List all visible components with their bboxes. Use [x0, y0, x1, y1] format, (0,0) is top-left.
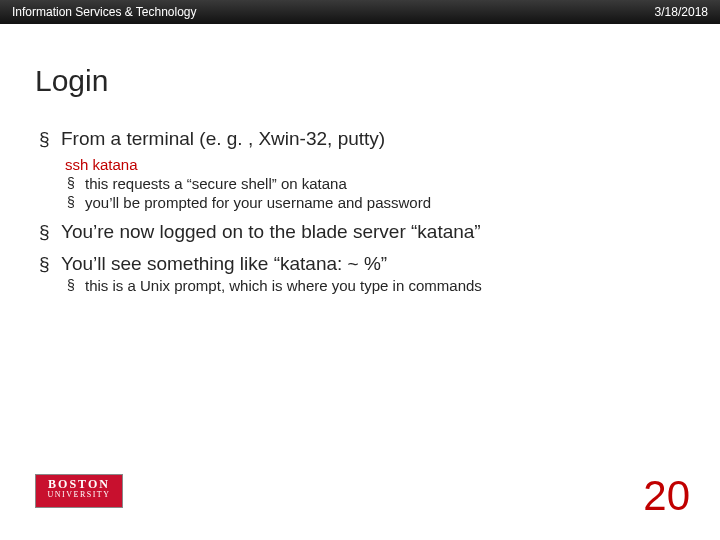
bullet-1-sub-1: this requests a “secure shell” on katana	[61, 175, 685, 192]
bullet-3-sublist: this is a Unix prompt, which is where yo…	[61, 277, 685, 294]
header-date: 3/18/2018	[655, 5, 708, 19]
boston-university-logo: BOSTON UNIVERSITY	[35, 474, 123, 508]
logo-line-1: BOSTON	[36, 478, 122, 491]
logo-line-2: UNIVERSITY	[36, 491, 122, 499]
header-bar: Information Services & Technology 3/18/2…	[0, 0, 720, 24]
bullet-3-sub-1: this is a Unix prompt, which is where yo…	[61, 277, 685, 294]
bullet-list: From a terminal (e. g. , Xwin-32, putty)…	[35, 128, 685, 294]
bullet-1-sublist: this requests a “secure shell” on katana…	[61, 175, 685, 211]
bullet-1-sub-2: you’ll be prompted for your username and…	[61, 194, 685, 211]
header-org: Information Services & Technology	[12, 5, 197, 19]
command-text: ssh katana	[61, 156, 685, 173]
page-number: 20	[643, 472, 690, 520]
slide-title: Login	[35, 64, 685, 98]
bullet-2: You’re now logged on to the blade server…	[35, 221, 685, 243]
bullet-3-text: You’ll see something like “katana: ~ %”	[61, 253, 387, 274]
bullet-3: You’ll see something like “katana: ~ %” …	[35, 253, 685, 294]
slide-body: Login From a terminal (e. g. , Xwin-32, …	[0, 24, 720, 294]
bullet-1: From a terminal (e. g. , Xwin-32, putty)…	[35, 128, 685, 211]
bullet-1-text: From a terminal (e. g. , Xwin-32, putty)	[61, 128, 385, 149]
